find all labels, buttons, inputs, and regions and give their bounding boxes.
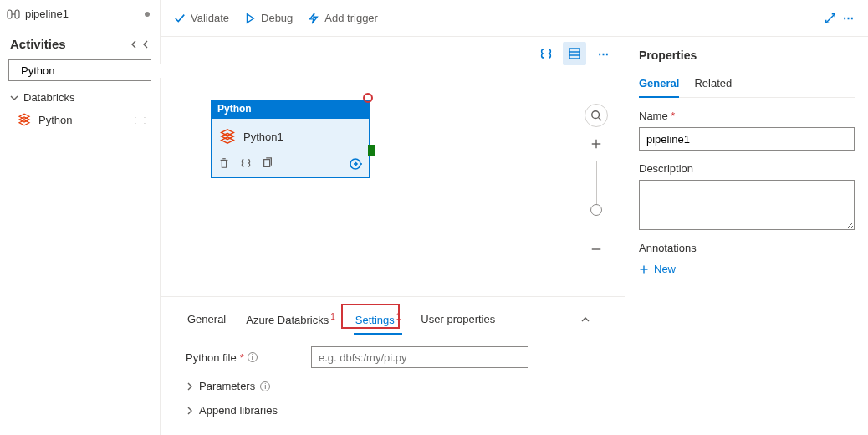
tab-user-properties[interactable]: User properties: [419, 306, 497, 334]
warning-indicator-icon: [363, 93, 373, 103]
node-output-handle[interactable]: [368, 145, 375, 156]
activities-heading: Activities: [10, 37, 66, 51]
description-input[interactable]: [639, 180, 855, 230]
minus-icon: [590, 243, 602, 255]
lightning-icon: [308, 13, 319, 24]
activity-node-python[interactable]: Python Python1: [211, 100, 370, 178]
chevron-right-icon: [186, 382, 194, 391]
pipeline-icon: [7, 8, 20, 21]
info-icon[interactable]: i: [248, 352, 258, 362]
search-icon: [590, 110, 602, 121]
description-label: Description: [639, 162, 855, 175]
debug-button[interactable]: Debug: [244, 12, 293, 24]
info-icon[interactable]: i: [260, 381, 270, 392]
tab-general[interactable]: General: [186, 306, 227, 334]
category-databricks[interactable]: Databricks: [0, 88, 160, 107]
copy-icon: [262, 157, 273, 169]
zoom-fit-button[interactable]: [585, 104, 608, 127]
python-file-input[interactable]: [311, 346, 528, 368]
play-icon: [244, 13, 256, 24]
python-file-label: Python file: [186, 351, 237, 364]
svg-point-11: [592, 111, 600, 119]
zoom-out-button[interactable]: [585, 238, 608, 261]
node-type-label: Python: [211, 100, 370, 118]
chevron-down-icon: [10, 94, 18, 102]
collapse-activities-button[interactable]: [130, 40, 150, 49]
badge-count: 1: [330, 312, 335, 321]
ptab-related[interactable]: Related: [694, 72, 732, 97]
category-label: Databricks: [23, 91, 74, 104]
sidebar-item-label: Python: [38, 114, 72, 126]
check-icon: [174, 13, 186, 24]
clone-node-button[interactable]: [262, 157, 273, 171]
zoom-slider-track[interactable]: [596, 161, 597, 207]
svg-rect-5: [569, 49, 580, 59]
add-trigger-button[interactable]: Add trigger: [308, 12, 378, 24]
drag-grip-icon: ⋮⋮: [131, 115, 150, 125]
node-code-button[interactable]: [240, 157, 252, 171]
zoom-slider-knob[interactable]: [590, 204, 602, 216]
tab-azure-databricks[interactable]: Azure Databricks1: [244, 305, 337, 335]
chevron-right-icon: [186, 407, 194, 415]
search-input[interactable]: [19, 64, 163, 78]
ptab-general[interactable]: General: [639, 72, 679, 98]
properties-heading: Properties: [639, 49, 855, 62]
parameters-expander[interactable]: Parameters i: [186, 380, 600, 392]
node-output-button[interactable]: [349, 157, 362, 171]
name-input[interactable]: [639, 127, 855, 151]
plus-icon: [590, 138, 602, 150]
validate-button[interactable]: Validate: [174, 12, 229, 24]
tab-title: pipeline1: [25, 8, 69, 20]
delete-node-button[interactable]: [218, 157, 230, 171]
svg-rect-0: [8, 10, 12, 18]
properties-toggle-button[interactable]: [563, 42, 586, 65]
node-name: Python1: [243, 130, 283, 143]
badge-count: 1: [396, 312, 401, 321]
databricks-icon: [17, 112, 32, 127]
name-label: Name: [639, 110, 668, 122]
more-icon[interactable]: ⋯: [843, 12, 855, 24]
activities-search[interactable]: [8, 59, 151, 81]
plus-icon: [639, 264, 649, 274]
add-annotation-button[interactable]: New: [639, 263, 855, 275]
append-libraries-expander[interactable]: Append libraries: [186, 404, 600, 417]
sidebar-item-python[interactable]: Python ⋮⋮: [0, 107, 160, 132]
trash-icon: [218, 157, 230, 169]
expand-icon[interactable]: [825, 13, 836, 24]
collapse-panel-button[interactable]: [581, 315, 600, 324]
svg-line-12: [599, 118, 602, 121]
annotations-label: Annotations: [639, 242, 855, 254]
chevron-up-icon: [581, 315, 590, 324]
unsaved-dot-icon: [145, 12, 150, 17]
canvas-more-button[interactable]: ⋯: [591, 42, 615, 65]
svg-rect-8: [264, 160, 270, 167]
pipeline-canvas[interactable]: ⋯ Python Python1: [161, 37, 625, 296]
zoom-in-button[interactable]: [585, 132, 608, 156]
tab-settings[interactable]: Settings1: [354, 305, 403, 335]
svg-rect-1: [15, 10, 19, 18]
databricks-icon: [218, 127, 237, 146]
code-view-button[interactable]: [534, 42, 558, 65]
